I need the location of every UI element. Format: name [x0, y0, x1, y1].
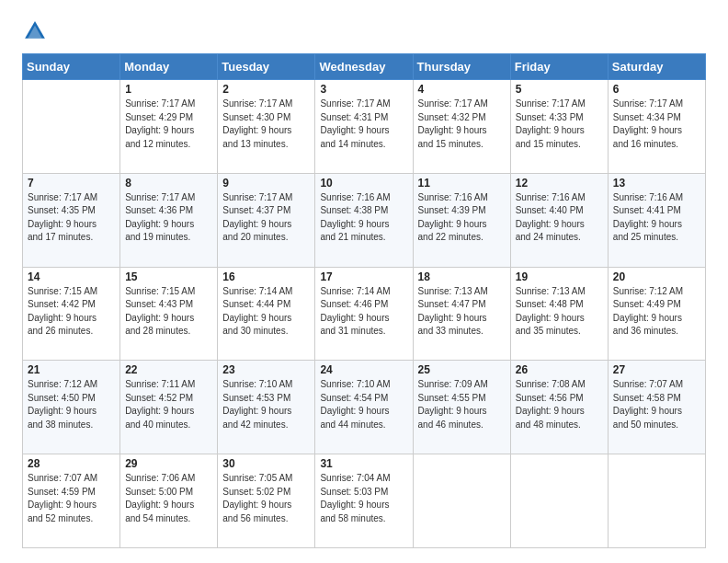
day-number: 27 — [613, 363, 700, 376]
day-info: Sunrise: 7:17 AM Sunset: 4:31 PM Dayligh… — [320, 98, 407, 151]
day-info: Sunrise: 7:10 AM Sunset: 4:54 PM Dayligh… — [320, 378, 407, 431]
calendar-cell: 19Sunrise: 7:13 AM Sunset: 4:48 PM Dayli… — [510, 267, 608, 361]
day-info: Sunrise: 7:13 AM Sunset: 4:48 PM Dayligh… — [516, 285, 603, 339]
day-number: 25 — [418, 363, 506, 376]
calendar-cell: 7Sunrise: 7:17 AM Sunset: 4:35 PM Daylig… — [23, 173, 120, 267]
day-info: Sunrise: 7:09 AM Sunset: 4:55 PM Dayligh… — [418, 378, 506, 431]
day-number: 12 — [516, 177, 603, 190]
day-number: 1 — [125, 83, 212, 96]
day-number: 16 — [222, 270, 310, 283]
header-cell-monday: Monday — [120, 54, 218, 80]
day-number: 29 — [125, 457, 212, 470]
day-info: Sunrise: 7:11 AM Sunset: 4:52 PM Dayligh… — [125, 378, 212, 431]
day-info: Sunrise: 7:16 AM Sunset: 4:38 PM Dayligh… — [320, 191, 407, 245]
day-info: Sunrise: 7:17 AM Sunset: 4:37 PM Dayligh… — [222, 191, 310, 245]
day-number: 26 — [516, 363, 603, 376]
week-row-2: 7Sunrise: 7:17 AM Sunset: 4:35 PM Daylig… — [23, 173, 706, 267]
header-cell-sunday: Sunday — [23, 54, 120, 80]
header-cell-friday: Friday — [510, 54, 608, 80]
day-number: 30 — [222, 457, 310, 470]
day-number: 10 — [320, 177, 407, 190]
day-info: Sunrise: 7:14 AM Sunset: 4:46 PM Dayligh… — [320, 285, 407, 339]
calendar-cell: 18Sunrise: 7:13 AM Sunset: 4:47 PM Dayli… — [413, 267, 510, 361]
calendar-cell: 13Sunrise: 7:16 AM Sunset: 4:41 PM Dayli… — [608, 173, 705, 267]
day-number: 23 — [222, 363, 310, 376]
calendar-cell — [413, 454, 510, 548]
header-cell-thursday: Thursday — [413, 54, 510, 80]
day-number: 11 — [418, 177, 506, 190]
logo-icon — [22, 18, 48, 44]
day-info: Sunrise: 7:07 AM Sunset: 4:59 PM Dayligh… — [28, 472, 115, 525]
calendar-cell: 30Sunrise: 7:05 AM Sunset: 5:02 PM Dayli… — [218, 454, 315, 548]
calendar-cell: 17Sunrise: 7:14 AM Sunset: 4:46 PM Dayli… — [315, 267, 413, 361]
calendar-cell: 1Sunrise: 7:17 AM Sunset: 4:29 PM Daylig… — [120, 80, 218, 174]
day-info: Sunrise: 7:10 AM Sunset: 4:53 PM Dayligh… — [222, 378, 310, 431]
day-number: 9 — [222, 177, 310, 190]
calendar-cell: 23Sunrise: 7:10 AM Sunset: 4:53 PM Dayli… — [218, 361, 315, 454]
day-info: Sunrise: 7:17 AM Sunset: 4:29 PM Dayligh… — [125, 98, 212, 151]
calendar-cell: 3Sunrise: 7:17 AM Sunset: 4:31 PM Daylig… — [315, 80, 413, 174]
day-info: Sunrise: 7:17 AM Sunset: 4:34 PM Dayligh… — [613, 98, 700, 151]
day-number: 21 — [28, 363, 115, 376]
calendar-cell: 20Sunrise: 7:12 AM Sunset: 4:49 PM Dayli… — [608, 267, 705, 361]
calendar-cell: 21Sunrise: 7:12 AM Sunset: 4:50 PM Dayli… — [23, 361, 120, 454]
day-number: 24 — [320, 363, 407, 376]
day-info: Sunrise: 7:12 AM Sunset: 4:49 PM Dayligh… — [613, 285, 700, 339]
day-info: Sunrise: 7:06 AM Sunset: 5:00 PM Dayligh… — [125, 472, 212, 525]
header-cell-tuesday: Tuesday — [218, 54, 315, 80]
header-cell-saturday: Saturday — [608, 54, 705, 80]
day-info: Sunrise: 7:17 AM Sunset: 4:35 PM Dayligh… — [28, 191, 115, 245]
calendar-cell: 12Sunrise: 7:16 AM Sunset: 4:40 PM Dayli… — [510, 173, 608, 267]
calendar-cell: 27Sunrise: 7:07 AM Sunset: 4:58 PM Dayli… — [608, 361, 705, 454]
day-info: Sunrise: 7:14 AM Sunset: 4:44 PM Dayligh… — [222, 285, 310, 339]
day-number: 7 — [28, 177, 115, 190]
calendar-cell: 24Sunrise: 7:10 AM Sunset: 4:54 PM Dayli… — [315, 361, 413, 454]
calendar-header: SundayMondayTuesdayWednesdayThursdayFrid… — [23, 54, 706, 80]
day-info: Sunrise: 7:16 AM Sunset: 4:40 PM Dayligh… — [516, 191, 603, 245]
calendar-cell: 4Sunrise: 7:17 AM Sunset: 4:32 PM Daylig… — [413, 80, 510, 174]
day-number: 17 — [320, 270, 407, 283]
day-info: Sunrise: 7:16 AM Sunset: 4:41 PM Dayligh… — [613, 191, 700, 245]
week-row-5: 28Sunrise: 7:07 AM Sunset: 4:59 PM Dayli… — [23, 454, 706, 548]
calendar-cell: 16Sunrise: 7:14 AM Sunset: 4:44 PM Dayli… — [218, 267, 315, 361]
calendar-cell: 10Sunrise: 7:16 AM Sunset: 4:38 PM Dayli… — [315, 173, 413, 267]
day-number: 6 — [613, 83, 700, 96]
day-number: 8 — [125, 177, 212, 190]
day-number: 4 — [418, 83, 506, 96]
page: SundayMondayTuesdayWednesdayThursdayFrid… — [0, 0, 728, 563]
day-info: Sunrise: 7:17 AM Sunset: 4:30 PM Dayligh… — [222, 98, 310, 151]
calendar-cell: 28Sunrise: 7:07 AM Sunset: 4:59 PM Dayli… — [23, 454, 120, 548]
day-number: 28 — [28, 457, 115, 470]
day-info: Sunrise: 7:15 AM Sunset: 4:43 PM Dayligh… — [125, 285, 212, 339]
week-row-1: 1Sunrise: 7:17 AM Sunset: 4:29 PM Daylig… — [23, 80, 706, 174]
day-number: 31 — [320, 457, 407, 470]
calendar-cell: 2Sunrise: 7:17 AM Sunset: 4:30 PM Daylig… — [218, 80, 315, 174]
day-info: Sunrise: 7:17 AM Sunset: 4:33 PM Dayligh… — [516, 98, 603, 151]
day-number: 15 — [125, 270, 212, 283]
calendar-cell: 11Sunrise: 7:16 AM Sunset: 4:39 PM Dayli… — [413, 173, 510, 267]
logo — [22, 18, 51, 44]
day-info: Sunrise: 7:17 AM Sunset: 4:36 PM Dayligh… — [125, 191, 212, 245]
day-number: 22 — [125, 363, 212, 376]
calendar-cell: 9Sunrise: 7:17 AM Sunset: 4:37 PM Daylig… — [218, 173, 315, 267]
header-row: SundayMondayTuesdayWednesdayThursdayFrid… — [23, 54, 706, 80]
calendar-body: 1Sunrise: 7:17 AM Sunset: 4:29 PM Daylig… — [23, 80, 706, 548]
calendar-cell: 15Sunrise: 7:15 AM Sunset: 4:43 PM Dayli… — [120, 267, 218, 361]
day-info: Sunrise: 7:07 AM Sunset: 4:58 PM Dayligh… — [613, 378, 700, 431]
week-row-3: 14Sunrise: 7:15 AM Sunset: 4:42 PM Dayli… — [23, 267, 706, 361]
calendar-cell: 25Sunrise: 7:09 AM Sunset: 4:55 PM Dayli… — [413, 361, 510, 454]
calendar-cell — [608, 454, 705, 548]
calendar-cell: 14Sunrise: 7:15 AM Sunset: 4:42 PM Dayli… — [23, 267, 120, 361]
calendar-cell: 31Sunrise: 7:04 AM Sunset: 5:03 PM Dayli… — [315, 454, 413, 548]
calendar-cell: 26Sunrise: 7:08 AM Sunset: 4:56 PM Dayli… — [510, 361, 608, 454]
calendar-cell: 29Sunrise: 7:06 AM Sunset: 5:00 PM Dayli… — [120, 454, 218, 548]
day-number: 3 — [320, 83, 407, 96]
calendar-cell — [23, 80, 120, 174]
calendar-cell: 5Sunrise: 7:17 AM Sunset: 4:33 PM Daylig… — [510, 80, 608, 174]
day-info: Sunrise: 7:13 AM Sunset: 4:47 PM Dayligh… — [418, 285, 506, 339]
header-cell-wednesday: Wednesday — [315, 54, 413, 80]
day-number: 19 — [516, 270, 603, 283]
header — [22, 18, 706, 44]
calendar-cell: 22Sunrise: 7:11 AM Sunset: 4:52 PM Dayli… — [120, 361, 218, 454]
calendar-cell — [510, 454, 608, 548]
